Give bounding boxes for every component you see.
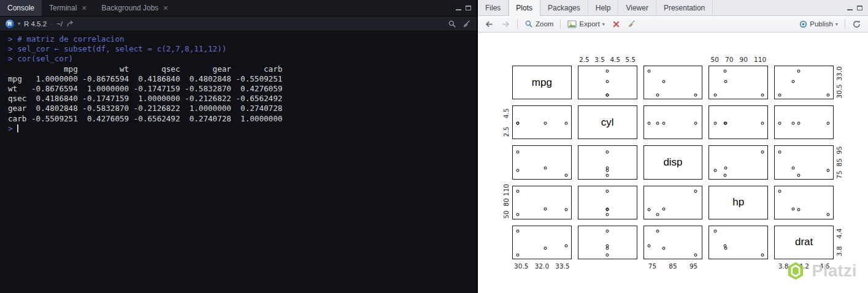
clear-all-plots-button[interactable] (624, 18, 639, 29)
scatter-point (761, 121, 764, 124)
remove-plot-x-icon (612, 20, 620, 28)
scatter-point (564, 208, 567, 211)
maximize-pane-icon[interactable] (466, 6, 471, 10)
console-output[interactable]: > # matriz de correlacion> sel_cor ← sub… (0, 31, 477, 293)
export-button[interactable]: Export ▾ (564, 19, 607, 29)
scatter-point (517, 150, 520, 153)
scatter-point (761, 150, 764, 153)
plots-pane-tabbar: Files Plots Packages Help Viewer Present… (478, 0, 868, 16)
axis-tick-label: 95 (689, 262, 697, 270)
pairs-scatter-cell (578, 186, 637, 219)
pairs-scatter-cell (512, 145, 572, 179)
close-icon[interactable]: ✕ (163, 5, 168, 12)
console-line: carb -0.5509251 0.4276059 -0.6562492 0.2… (8, 114, 477, 124)
variable-label: hp (709, 186, 767, 219)
tab-packages[interactable]: Packages (540, 0, 588, 15)
tab-presentation-label: Presentation (664, 4, 705, 12)
scatter-point (656, 213, 659, 216)
tab-help[interactable]: Help (588, 0, 619, 15)
zoom-button[interactable]: Zoom (521, 18, 556, 29)
open-in-window-icon[interactable] (66, 20, 74, 28)
pane-window-controls (842, 0, 868, 15)
scatter-point (544, 121, 547, 124)
arrow-left-icon (485, 20, 494, 29)
tab-console[interactable]: Console (0, 0, 42, 16)
axis-tick-label: 90 (740, 56, 748, 63)
tab-viewer-label: Viewer (626, 4, 648, 12)
scatter-point (724, 70, 727, 73)
clear-console-broom-icon[interactable] (463, 20, 471, 28)
pairs-scatter-cell: 758595 (643, 226, 703, 259)
remove-plot-button[interactable] (609, 19, 623, 29)
pairs-scatter-cell: 4.52.5 (512, 105, 572, 139)
scatter-point (826, 169, 829, 172)
publish-button[interactable]: Publish ▾ (796, 19, 841, 29)
arrow-right-icon (501, 20, 510, 29)
pairs-scatter-cell: 958575 (774, 145, 834, 179)
close-icon[interactable]: ✕ (81, 5, 86, 12)
scatter-point (656, 229, 659, 232)
publish-label: Publish (810, 20, 833, 28)
scatter-point (517, 169, 520, 172)
variable-label: cyl (578, 106, 637, 139)
scatter-point (564, 121, 567, 124)
scatter-point (791, 166, 794, 169)
axis-tick-label: 4.5 (610, 56, 620, 63)
console-line: > (8, 124, 477, 134)
console-line: wt -0.8676594 1.0000000 -0.1747159 -0.58… (8, 84, 477, 94)
console-line: gear 0.4802848 -0.5832870 -0.2126822 1.0… (8, 104, 477, 113)
pairs-scatter-cell (709, 105, 768, 139)
scatter-point (797, 70, 801, 73)
axis-tick-label: 2.5 (502, 126, 510, 137)
next-plot-button[interactable] (498, 18, 513, 30)
scatter-point (606, 213, 609, 216)
scatter-point (564, 244, 567, 247)
console-pane: Console Terminal ✕ Background Jobs ✕ R ▾… (0, 0, 477, 293)
tab-background-jobs[interactable]: Background Jobs ✕ (94, 0, 176, 16)
scatter-point (778, 121, 782, 124)
refresh-plot-button[interactable] (849, 18, 864, 30)
axis-tick-label: 110 (754, 56, 766, 63)
scatter-point (564, 173, 567, 177)
maximize-pane-icon[interactable] (857, 6, 862, 10)
axis-tick-label: 85 (669, 262, 677, 270)
axis-tick-label: 50 (710, 56, 718, 63)
tab-help-label: Help (596, 4, 611, 12)
axis-tick-label: 80 (502, 199, 510, 207)
scatter-point (694, 121, 697, 124)
axis-tick-labels: 758595 (642, 262, 704, 270)
publish-icon (799, 20, 807, 28)
console-line: mpg 1.0000000 -0.8676594 0.4186840 0.480… (8, 74, 477, 84)
working-directory-label[interactable]: ~/ (56, 20, 63, 28)
r-logo-icon[interactable]: R (6, 20, 14, 28)
axis-tick-labels: 4.52.5 (502, 104, 510, 140)
tab-files[interactable]: Files (478, 0, 509, 15)
tab-console-label: Console (7, 4, 34, 12)
tab-viewer[interactable]: Viewer (618, 0, 656, 15)
toolbar-separator (517, 19, 518, 29)
scatter-point (647, 208, 650, 211)
scatter-point (724, 80, 728, 83)
minimize-pane-icon[interactable] (456, 6, 461, 10)
search-console-icon[interactable] (448, 20, 456, 28)
scatter-point (694, 94, 697, 97)
minimize-pane-icon[interactable] (847, 6, 853, 10)
console-line: > # matriz de correlacion (8, 34, 477, 44)
previous-plot-button[interactable] (482, 18, 497, 30)
console-toolbar-right-icons (448, 20, 471, 28)
pairs-scatter-cell: 30.532.033.5 (512, 226, 572, 259)
pairs-diagonal-cell: drat3.84.24.64.43.8 (774, 226, 834, 259)
tab-terminal[interactable]: Terminal ✕ (42, 0, 94, 16)
pairs-scatter-cell (709, 145, 768, 179)
axis-tick-labels: 30.532.033.5 (511, 262, 573, 270)
plot-display-area[interactable]: mpg2.53.54.55.550709011033.030.54.52.5cy… (478, 32, 868, 293)
scatter-point (778, 150, 782, 153)
r-version-caret-icon[interactable]: ▾ (18, 21, 20, 26)
pairs-diagonal-cell: hp (709, 186, 768, 219)
toolbar-separator (845, 19, 845, 29)
scatter-point (826, 121, 829, 124)
tab-plots[interactable]: Plots (509, 0, 540, 16)
axis-tick-label: 85 (835, 158, 843, 166)
axis-tick-label: 32.0 (535, 262, 549, 270)
tab-presentation[interactable]: Presentation (656, 0, 713, 15)
